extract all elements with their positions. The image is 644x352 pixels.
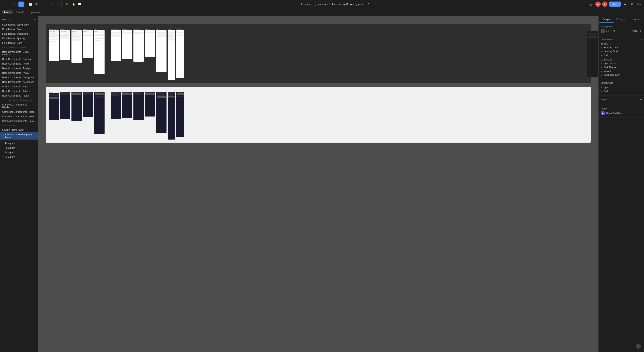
background-opacity-value[interactable]: 100%: [631, 30, 638, 32]
tab-assets[interactable]: Assets*: [14, 10, 26, 14]
page-item-foundations-icons[interactable]: Foundations / Icons: [0, 41, 38, 45]
prototype-btn[interactable]: ▶: [622, 2, 628, 7]
add-style-btn[interactable]: +: [640, 38, 642, 41]
page-item-composed-footer[interactable]: Composed Components / Footer: [0, 119, 38, 123]
tool-move[interactable]: ↖: [18, 2, 24, 7]
tool-comment[interactable]: 💬: [77, 2, 82, 7]
tool-pen[interactable]: ✒: [49, 2, 54, 7]
mini-frame-d12[interactable]: [176, 92, 184, 137]
style-item-heading-small[interactable]: ▶ Heading Small: [601, 50, 642, 53]
canvas-scroll[interactable]: • • Markdown te... Markdown te...: [38, 16, 598, 352]
tool-slice[interactable]: ⊞: [34, 2, 39, 7]
layer-paragraph-1[interactable]: T Paragraph: [0, 141, 38, 146]
plugin-collapse-btn[interactable]: −: [640, 112, 642, 115]
page-item-foundations-typography[interactable]: Foundations / Typography: [0, 23, 38, 27]
tool-shape[interactable]: ◇: [43, 2, 48, 7]
tab-prototype[interactable]: Prototype: [614, 16, 629, 23]
page-item-base-accordions[interactable]: Base Components / Accordions: [0, 80, 38, 84]
page-item-base-alerts[interactable]: Base Components / Alerts: [0, 93, 38, 98]
mini-frame-f6[interactable]: [111, 30, 121, 61]
page-item-base-forms[interactable]: Base Components / Forms: [0, 62, 38, 66]
mini-frame-d2[interactable]: [60, 92, 70, 119]
tab-design[interactable]: Design: [598, 16, 614, 23]
style-item-complementary[interactable]: ▶ Complementary: [601, 73, 642, 77]
mini-frame-f3[interactable]: Markdo...: [72, 30, 82, 63]
effect-label-text: Light: [604, 86, 608, 89]
mini-frame-d3[interactable]: [72, 92, 82, 121]
page-item-composed-modal[interactable]: Composed Components / Modal: [0, 110, 38, 114]
share-settings-btn[interactable]: ⚙: [366, 2, 371, 7]
page-item-layouts-base[interactable]: Layouts / Base layout: [0, 128, 38, 132]
page-item-base-buttons[interactable]: Base Components / Buttons: [0, 57, 38, 62]
mini-frame-d1[interactable]: [49, 93, 59, 120]
frame-wrapper-dark: [168, 92, 175, 139]
page-item-foundations-color[interactable]: Foundations / Color: [0, 27, 38, 32]
tool-frame[interactable]: ⬜: [28, 2, 33, 7]
page-item-composed-header[interactable]: Composed Components / Header: [0, 102, 38, 110]
mini-frame-f11[interactable]: [168, 30, 175, 80]
layer-paragraph-2[interactable]: T Paragraph: [0, 146, 38, 150]
mini-frame-f7[interactable]: [122, 30, 132, 59]
background-section: Background #4E4E4E 100% 👁: [598, 23, 644, 35]
tool-text[interactable]: T: [55, 2, 61, 7]
style-item-heading-large[interactable]: ▶ Heading Large: [601, 46, 642, 50]
style-item-light-theme[interactable]: ▶ Light Theme: [601, 62, 642, 66]
background-color-swatch[interactable]: [601, 29, 605, 33]
mini-frame-f10[interactable]: [156, 30, 166, 72]
page-item-foundations-illustrations[interactable]: Foundations / Illustrations: [0, 32, 38, 36]
page-item-base-social[interactable]: Base Components / Social media li...: [0, 50, 38, 57]
page-item-composed-hero[interactable]: Composed Components / Hero: [0, 114, 38, 119]
effect-item-light[interactable]: ▶ Light: [601, 85, 642, 89]
mini-frame-f9[interactable]: [145, 30, 155, 57]
mini-frame-f8[interactable]: [134, 30, 144, 62]
tool-components[interactable]: ⚅: [65, 2, 70, 7]
page-item-base-navigation[interactable]: Base Components / Navigation: [0, 75, 38, 80]
canvas-area[interactable]: • • Markdown te... Markdown te...: [38, 16, 598, 352]
page-item-base-tooltips[interactable]: Base Components / Tooltips: [0, 66, 38, 71]
mini-frame-d5[interactable]: [94, 92, 104, 134]
zoom-indicator[interactable]: 5%: [636, 2, 642, 6]
page-item-base-tables[interactable]: Base Components / Tables: [0, 89, 38, 93]
mini-frame-f1[interactable]: Markdown te...: [49, 30, 59, 61]
add-page-btn[interactable]: +: [34, 18, 36, 21]
mini-frame-d10[interactable]: [156, 92, 166, 133]
mini-frame-d4[interactable]: [83, 92, 93, 117]
tab-layers[interactable]: Layers: [2, 10, 13, 14]
mini-frame-f2[interactable]: Markdown ...: [60, 30, 70, 60]
tool-select[interactable]: ⊹: [12, 2, 18, 7]
mini-frame-d7[interactable]: [122, 92, 132, 118]
avatar-other: A: [595, 2, 601, 7]
mini-frame-d6[interactable]: [111, 92, 121, 119]
accessibility-btn[interactable]: A?: [629, 2, 635, 7]
page-item-foundations-spacing[interactable]: Foundations / Spacing: [0, 36, 38, 41]
tab-inspect[interactable]: Inspect: [629, 16, 644, 23]
layer-paragraph-4[interactable]: T Paragraph: [0, 155, 38, 159]
page-item-base-tags[interactable]: Base Components / Tags: [0, 84, 38, 89]
visibility-toggle-btn[interactable]: 👁: [640, 30, 642, 32]
mini-frame-d9[interactable]: [145, 92, 155, 116]
tool-hand[interactable]: ✋: [71, 2, 76, 7]
mini-frame-d8[interactable]: [134, 92, 144, 120]
style-item-dark-theme[interactable]: ▶ Dark Theme: [601, 66, 642, 69]
help-button[interactable]: ?: [636, 344, 641, 349]
tool-menu[interactable]: ☰: [3, 2, 8, 7]
share-button[interactable]: Share: [609, 2, 621, 7]
mini-frame-f12[interactable]: [176, 30, 184, 78]
effect-item-dark[interactable]: ▶ Dark: [601, 89, 642, 93]
mini-frame-f4[interactable]: Markd...: [83, 30, 93, 58]
frame-label-text: Markd...: [49, 92, 59, 93]
file-name-wrapper[interactable]: ethereum.org Design System ▾: [331, 3, 364, 6]
style-item-text[interactable]: ▶ Text: [601, 53, 642, 57]
tab-layouts[interactable]: Layouts / M... ▾: [27, 10, 46, 14]
mini-frame-d11[interactable]: [168, 92, 175, 139]
background-hex-value[interactable]: #4E4E4E: [606, 30, 630, 32]
voice-btn[interactable]: 🎧: [588, 2, 594, 7]
page-item-base-avatar[interactable]: Base Components / Avatar: [0, 71, 38, 75]
style-item-neutral[interactable]: ▶ Neutral: [601, 69, 642, 73]
page-item-layouts-markdown[interactable]: ✓ Layouts / Markdown pages layout: [0, 132, 38, 139]
page-label: Base Components / Tags: [2, 85, 28, 88]
layer-paragraph-3[interactable]: T Paragraph: [0, 150, 38, 155]
mini-frame-f5[interactable]: Mar...: [94, 30, 104, 74]
frame-header: Markdown ...: [60, 30, 70, 33]
add-export-btn[interactable]: +: [640, 98, 642, 101]
